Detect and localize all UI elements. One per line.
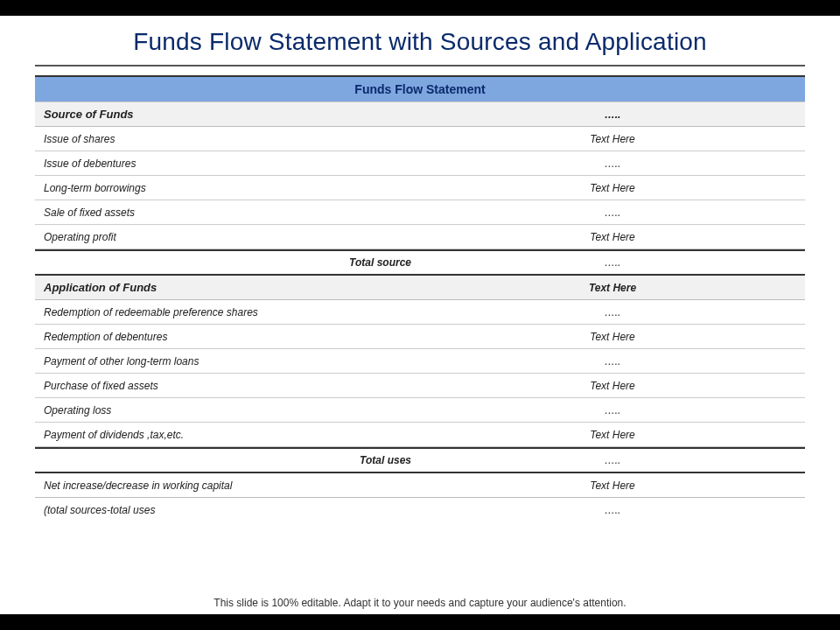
table-row: Payment of other long-term loans ….. <box>35 349 805 374</box>
table-row: Operating loss ….. <box>35 398 805 423</box>
applications-total-label: Total uses <box>35 449 420 472</box>
row-value: ….. <box>420 499 805 522</box>
table-row: (total sources-total uses ….. <box>35 498 805 522</box>
table-row: Operating profit Text Here <box>35 225 805 249</box>
row-label: Issue of debentures <box>35 152 420 175</box>
applications-title-value: Text Here <box>420 276 805 299</box>
funds-flow-table: Funds Flow Statement Source of Funds …..… <box>35 75 805 522</box>
table-row: Payment of dividends ,tax,etc. Text Here <box>35 423 805 447</box>
bottom-letterbox <box>0 614 840 630</box>
row-value: Text Here <box>420 326 805 348</box>
row-label: Operating profit <box>35 226 420 248</box>
applications-total-value: ….. <box>420 449 805 472</box>
table-header: Funds Flow Statement <box>35 77 805 102</box>
row-label: Redemption of redeemable preference shar… <box>35 301 420 324</box>
row-value: Text Here <box>420 177 805 200</box>
row-value: ….. <box>420 301 805 324</box>
slide-title: Funds Flow Statement with Sources and Ap… <box>0 16 840 61</box>
row-label: Purchase of fixed assets <box>35 374 420 397</box>
row-label: Payment of other long-term loans <box>35 350 420 373</box>
row-value: Text Here <box>420 226 805 248</box>
table-row: Purchase of fixed assets Text Here <box>35 374 805 398</box>
row-label: Issue of shares <box>35 128 420 150</box>
row-label: Redemption of debentures <box>35 326 420 348</box>
row-value: Text Here <box>420 424 805 446</box>
row-value: ….. <box>420 201 805 224</box>
table-row: Issue of shares Text Here <box>35 127 805 151</box>
row-label: (total sources-total uses <box>35 499 420 522</box>
table-row: Net increase/decrease in working capital… <box>35 473 805 498</box>
row-value: ….. <box>420 399 805 422</box>
top-letterbox <box>0 0 840 16</box>
table-row: Issue of debentures ….. <box>35 151 805 176</box>
slide-body: Funds Flow Statement with Sources and Ap… <box>0 16 840 614</box>
row-label: Sale of fixed assets <box>35 201 420 224</box>
row-label: Payment of dividends ,tax,etc. <box>35 424 420 446</box>
applications-section-header: Application of Funds Text Here <box>35 276 805 300</box>
sources-total-row: Total source ….. <box>35 249 805 276</box>
table-row: Long-term borrowings Text Here <box>35 176 805 200</box>
table-row: Sale of fixed assets ….. <box>35 200 805 225</box>
row-value: Text Here <box>420 374 805 397</box>
row-value: ….. <box>420 350 805 373</box>
table-row: Redemption of debentures Text Here <box>35 325 805 349</box>
applications-title: Application of Funds <box>35 276 420 299</box>
sources-total-label: Total source <box>35 251 420 274</box>
row-value: Text Here <box>420 474 805 497</box>
sources-section-header: Source of Funds ….. <box>35 102 805 127</box>
footer-note: This slide is 100% editable. Adapt it to… <box>0 597 840 609</box>
sources-title-value: ….. <box>420 103 805 126</box>
row-value: Text Here <box>420 128 805 150</box>
row-label: Net increase/decrease in working capital <box>35 474 420 497</box>
row-label: Long-term borrowings <box>35 177 420 200</box>
applications-total-row: Total uses ….. <box>35 447 805 473</box>
row-value: ….. <box>420 152 805 175</box>
sources-title: Source of Funds <box>35 102 420 126</box>
row-label: Operating loss <box>35 399 420 422</box>
sources-total-value: ….. <box>420 251 805 274</box>
title-underline <box>35 65 805 66</box>
table-header-label: Funds Flow Statement <box>35 77 805 102</box>
table-row: Redemption of redeemable preference shar… <box>35 300 805 325</box>
